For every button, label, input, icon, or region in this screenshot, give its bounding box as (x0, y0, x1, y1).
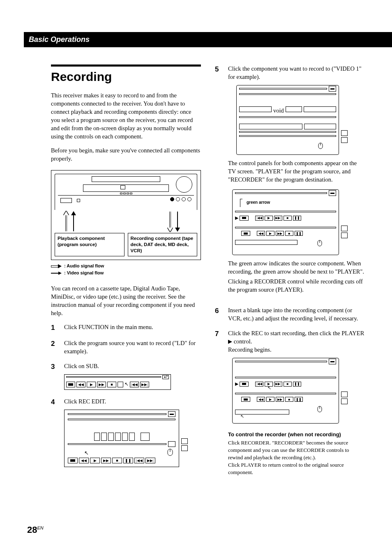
step-text: Click the REC to start recording, then c… (228, 329, 365, 345)
step-5-after-text-2a: The green arrow indicates the source com… (228, 259, 365, 276)
return-icon (341, 398, 348, 404)
step-number: 5 (215, 64, 222, 299)
step-2: 2 Click the program source you want to r… (51, 339, 201, 355)
mouse-icon (167, 449, 173, 458)
hollow-arrow-icon (51, 265, 62, 268)
step-text-line2: Recording begins. (228, 345, 365, 354)
footer-body: Click RECORDER. "RECORDER" becomes the s… (228, 439, 365, 476)
page-number: 28EN (27, 525, 44, 535)
arrow-up-hollow-icon (64, 212, 69, 231)
title-rule (51, 64, 201, 67)
step-4: 4 Click REC EDIT. (51, 397, 201, 468)
step-6: 6 Insert a blank tape into the recording… (215, 306, 365, 322)
step-7-figure: ▶ |◀◀ ▶↖ ▶▶| ■ ❚❚ (232, 358, 339, 424)
step-5-figure-1: void (236, 85, 339, 155)
section-header: Basic Operations (24, 32, 392, 47)
return-icon (164, 375, 168, 379)
step-3: 3 Click on SUB. ◀◀ ▶ (51, 362, 201, 391)
step-5: 5 Click the component you want to record… (215, 64, 365, 299)
step-4-figure: ↖ ◀◀ ▶ ▶▶ ■ ❚❚ |◀◀ (64, 410, 179, 467)
mouse-icon (317, 240, 322, 249)
intro-paragraph-2: Before you begin, make sure you've conne… (51, 146, 201, 163)
connection-diagram: Playback component (program source) Reco… (51, 170, 201, 260)
arrow-up-solid-icon (71, 212, 76, 231)
return-icon (341, 233, 348, 238)
recording-component-label: Recording component (tape deck, DAT deck… (128, 233, 198, 256)
mouse-icon (318, 143, 323, 151)
step-text: Click FUNCTION in the main menu. (64, 323, 201, 332)
after-diagram-paragraph: You can record on a cassette tape, Digit… (51, 284, 201, 317)
step-text: Click the component you want to record t… (228, 64, 365, 81)
step-number: 3 (51, 362, 58, 391)
step-number: 4 (51, 397, 58, 468)
green-arrow-icon: ▶ (235, 215, 238, 221)
intro-paragraph-1: This receiver makes it easy to record to… (51, 91, 201, 140)
step-number: 6 (215, 306, 222, 322)
arrow-down-hollow-icon (168, 212, 173, 231)
return-icon (181, 445, 188, 451)
play-icon (228, 340, 232, 344)
step-5-after-text-2b: Clicking a RECORDER control while record… (228, 277, 365, 294)
page-title: Recording (51, 70, 201, 84)
step-number: 2 (51, 339, 58, 355)
step-5-figure-2: green arrow ▶ |◀◀ ▶ ▶▶| ■ ❚❚ (232, 189, 339, 255)
step-number: 7 (215, 329, 222, 476)
step-text: Click on SUB. (64, 362, 201, 370)
cursor-icon: ↖ (125, 381, 129, 388)
green-arrow-icon: ▶ (235, 381, 238, 387)
speaker-icon (341, 391, 348, 397)
playback-component-label: Playback component (program source) (55, 233, 125, 256)
step-5-after-text: The control panels for both components a… (228, 159, 365, 184)
signal-arrows (55, 212, 197, 231)
step-7: 7 Click the REC to start recording, then… (215, 329, 365, 476)
speaker-icon (181, 438, 188, 444)
step-3-figure: ◀◀ ▶ ▶▶ ■ ↖ |◀◀ ▶▶| (64, 374, 171, 390)
receiver-illustration (55, 174, 197, 210)
mouse-icon (317, 406, 322, 415)
step-text: Click REC EDIT. (64, 397, 201, 405)
speaker-icon (341, 130, 348, 136)
speaker-icon (341, 226, 348, 231)
cursor-icon: ↖ (267, 385, 271, 391)
signal-flow-legend: : Audio signal flow : Video signal flow (51, 263, 201, 277)
cursor-icon: ↖ (84, 449, 89, 457)
arrow-down-solid-icon (175, 212, 180, 231)
cursor-icon: ↖ (240, 413, 244, 419)
green-arrow-label: green arrow (247, 200, 270, 205)
step-text: Insert a blank tape into the recording c… (228, 306, 365, 322)
step-number: 1 (51, 323, 58, 332)
solid-arrow-icon (51, 272, 62, 275)
step-text: Click the program source you want to rec… (64, 339, 201, 355)
step-1: 1 Click FUNCTION in the main menu. (51, 323, 201, 332)
return-icon (341, 137, 348, 143)
footer-subhead: To control the recorder (when not record… (228, 431, 365, 438)
